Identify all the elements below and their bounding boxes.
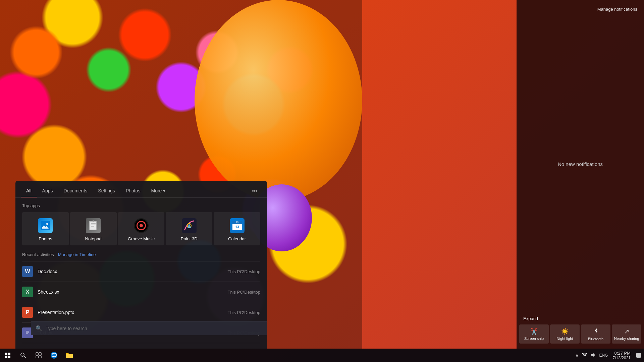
svg-rect-17 bbox=[36, 353, 38, 355]
svg-rect-18 bbox=[39, 353, 41, 355]
tab-all[interactable]: All bbox=[21, 185, 37, 197]
clock-date: 7/13/2021 bbox=[613, 356, 631, 360]
ppt-filepath: This PC\Desktop bbox=[227, 310, 260, 315]
svg-rect-19 bbox=[36, 356, 38, 358]
taskbar: ∧ ENG 8:27 PM 7/13/2021 bbox=[0, 349, 644, 362]
ppt-filename: Presentation.pptx bbox=[38, 310, 227, 315]
photos-label: Photos bbox=[39, 236, 52, 241]
svg-rect-3 bbox=[90, 222, 96, 230]
night-light-icon: ☀️ bbox=[561, 328, 569, 335]
bluetooth-icon bbox=[593, 328, 598, 336]
search-input[interactable] bbox=[46, 326, 267, 331]
recent-header: Recent activities Manage in Timeline bbox=[22, 252, 260, 257]
chevron-down-icon: ▾ bbox=[163, 188, 165, 193]
bluetooth-button[interactable]: Bluetooth bbox=[581, 324, 610, 344]
search-bar: 🔍 bbox=[31, 321, 267, 335]
photos-icon bbox=[37, 218, 53, 234]
screen-snip-icon: ✂️ bbox=[530, 328, 538, 335]
tab-photos[interactable]: Photos bbox=[120, 185, 146, 197]
screen-snip-label: Screen snip bbox=[524, 337, 544, 341]
tab-settings[interactable]: Settings bbox=[93, 185, 120, 197]
svg-rect-0 bbox=[41, 221, 50, 230]
expand-section: Expand bbox=[517, 313, 644, 323]
clock-time: 8:27 PM bbox=[614, 351, 631, 356]
app-tile-notepad[interactable]: Notepad bbox=[70, 212, 117, 245]
clock-area[interactable]: 8:27 PM 7/13/2021 bbox=[610, 351, 633, 360]
sheet-filepath: This PC\Desktop bbox=[227, 290, 260, 295]
word-icon: W bbox=[22, 266, 33, 277]
language-indicator[interactable]: ENG bbox=[597, 353, 610, 358]
ppt-icon: P bbox=[22, 307, 33, 318]
desktop: Manage notifications No new notification… bbox=[0, 0, 644, 362]
tab-more[interactable]: More ▾ bbox=[146, 185, 171, 197]
recent-activities-heading: Recent activities bbox=[22, 252, 54, 257]
doc-filename: Doc.docx bbox=[38, 269, 227, 274]
recent-item-ppt[interactable]: P Presentation.pptx This PC\Desktop bbox=[22, 302, 260, 323]
svg-text:13: 13 bbox=[235, 225, 239, 229]
nearby-sharing-button[interactable]: ↗ Nearby sharing bbox=[612, 324, 641, 344]
paint3d-icon bbox=[181, 218, 197, 234]
svg-text:13: 13 bbox=[236, 221, 238, 223]
svg-point-15 bbox=[21, 353, 24, 356]
notepad-icon bbox=[85, 218, 101, 234]
windows-logo-icon bbox=[5, 353, 10, 358]
taskbar-explorer-button[interactable] bbox=[62, 349, 77, 362]
sheet-filename: Sheet.xlsx bbox=[38, 289, 227, 295]
calendar-icon: 13 13 bbox=[229, 218, 245, 234]
taskbar-search-button[interactable] bbox=[15, 349, 31, 362]
screen-snip-button[interactable]: ✂️ Screen snip bbox=[519, 324, 549, 344]
svg-rect-23 bbox=[636, 353, 641, 358]
network-icon[interactable] bbox=[581, 351, 589, 360]
start-button[interactable] bbox=[0, 349, 15, 362]
groove-icon bbox=[133, 218, 149, 234]
calendar-label: Calendar bbox=[228, 236, 246, 241]
quick-actions-grid: ✂️ Screen snip ☀️ Night light Bluetooth … bbox=[517, 323, 644, 349]
nearby-sharing-icon: ↗ bbox=[624, 328, 629, 335]
manage-timeline-link[interactable]: Manage in Timeline bbox=[58, 252, 96, 257]
excel-icon: X bbox=[22, 287, 33, 297]
groove-label: Groove Music bbox=[128, 236, 155, 241]
no-notifications-text: No new notifications bbox=[517, 15, 644, 313]
notification-panel: Manage notifications No new notification… bbox=[517, 0, 644, 349]
search-glass-icon: 🔍 bbox=[36, 325, 42, 331]
taskbar-edge-button[interactable] bbox=[46, 349, 62, 362]
recent-item-doc[interactable]: W Doc.docx This PC\Desktop bbox=[22, 261, 260, 282]
top-apps-grid: Photos bbox=[22, 212, 260, 245]
svg-rect-22 bbox=[66, 354, 73, 358]
task-view-button[interactable] bbox=[31, 349, 46, 362]
top-apps-heading: Top apps bbox=[22, 203, 260, 208]
app-tile-photos[interactable]: Photos bbox=[22, 212, 69, 245]
tab-documents[interactable]: Documents bbox=[58, 185, 93, 197]
svg-rect-14 bbox=[24, 329, 31, 336]
system-tray: ∧ bbox=[574, 351, 597, 360]
manage-notifications-link[interactable]: Manage notifications bbox=[597, 7, 637, 12]
svg-point-1 bbox=[46, 223, 48, 225]
notification-header: Manage notifications bbox=[517, 0, 644, 15]
night-light-label: Night light bbox=[557, 337, 573, 341]
notepad-label: Notepad bbox=[85, 236, 102, 241]
notification-center-button[interactable] bbox=[633, 349, 644, 362]
nearby-sharing-label: Nearby sharing bbox=[614, 337, 639, 341]
night-light-button[interactable]: ☀️ Night light bbox=[550, 324, 580, 344]
paint3d-label: Paint 3D bbox=[181, 236, 198, 241]
bluetooth-label: Bluetooth bbox=[588, 337, 603, 341]
search-tabs: All Apps Documents Settings Photos More … bbox=[15, 181, 267, 198]
more-options-button[interactable]: ••• bbox=[248, 185, 262, 197]
tab-apps[interactable]: Apps bbox=[37, 185, 58, 197]
tray-up-arrow-icon[interactable]: ∧ bbox=[574, 351, 580, 359]
app-tile-calendar[interactable]: 13 13 Calendar bbox=[214, 212, 260, 245]
large-orange-balloon bbox=[195, 0, 362, 201]
svg-line-16 bbox=[24, 356, 26, 358]
doc-filepath: This PC\Desktop bbox=[227, 269, 260, 274]
svg-rect-20 bbox=[39, 356, 41, 358]
expand-label[interactable]: Expand bbox=[523, 316, 538, 321]
app-tile-paint3d[interactable]: Paint 3D bbox=[166, 212, 212, 245]
volume-icon[interactable] bbox=[589, 351, 597, 360]
app-tile-groove[interactable]: Groove Music bbox=[118, 212, 165, 245]
recent-item-sheet[interactable]: X Sheet.xlsx This PC\Desktop bbox=[22, 282, 260, 302]
search-panel: All Apps Documents Settings Photos More … bbox=[15, 181, 267, 349]
